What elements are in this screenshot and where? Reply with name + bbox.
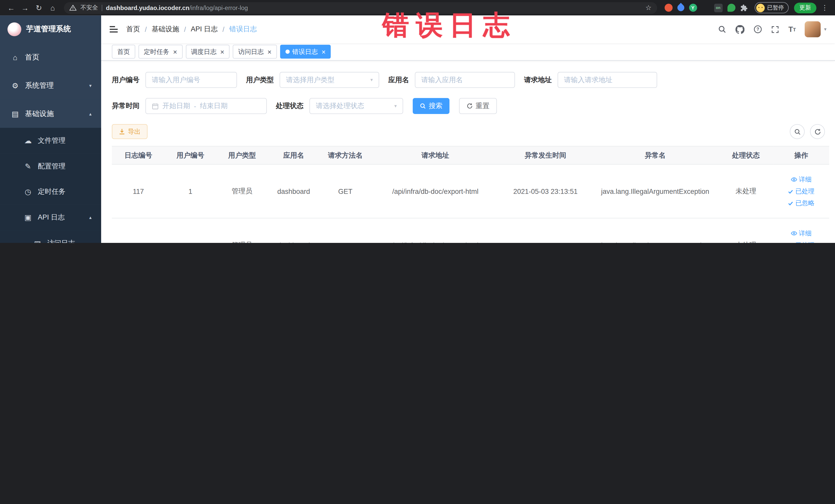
tab-调度日志[interactable]: 调度日志× — [186, 45, 229, 59]
breadcrumb-item[interactable]: 基础设施 — [152, 24, 179, 34]
security-label[interactable]: 不安全 — [80, 4, 98, 12]
github-icon[interactable] — [736, 25, 745, 34]
app-title: 芋道管理系统 — [26, 24, 71, 34]
home-icon: ⌂ — [11, 53, 20, 61]
sidebar-item-label: 访问日志 — [47, 238, 75, 243]
chevron-up-icon: ▴ — [89, 111, 91, 117]
sidebar-item-system[interactable]: ⚙系统管理▾ — [0, 72, 101, 100]
logo[interactable]: 芋道管理系统 — [0, 15, 101, 43]
filter-label: 异常时间 — [112, 101, 140, 110]
tab-定时任务[interactable]: 定时任务× — [138, 45, 182, 59]
reset-button[interactable]: 重置 — [459, 98, 497, 114]
tab-首页[interactable]: 首页 — [112, 45, 135, 59]
sidebar-item-file[interactable]: ☁文件管理 — [0, 128, 101, 154]
extensions-puzzle-icon[interactable] — [740, 4, 748, 12]
extension-on-badge[interactable]: on — [714, 3, 722, 12]
placeholder-text: 请输入请求地址 — [564, 75, 612, 85]
breadcrumb-item[interactable]: 首页 — [126, 24, 140, 34]
placeholder-text: 请选择用户类型 — [286, 75, 334, 85]
action-label: 已处理 — [795, 187, 814, 196]
address-bar[interactable]: 不安全 dashboard.yudao.iocoder.cn/infra/log… — [64, 2, 657, 14]
action-label: 详细 — [799, 175, 812, 184]
breadcrumb-item[interactable]: API 日志 — [191, 24, 218, 34]
browser-menu-icon[interactable]: ⋮ — [820, 4, 830, 12]
chevron-down-icon: ▾ — [824, 27, 827, 32]
help-icon[interactable]: ? — [754, 25, 762, 34]
processed-link[interactable]: 已处理 — [788, 241, 814, 243]
sidebar-item-label: 配置管理 — [38, 161, 65, 171]
url-text: dashboard.yudao.iocoder.cn/infra/log/api… — [106, 5, 248, 11]
refresh-button[interactable] — [810, 124, 825, 139]
table-row: 1171管理员dashboardGET/api/infra/db-doc/exp… — [112, 164, 829, 218]
ignored-link[interactable]: 已忽略 — [788, 199, 814, 207]
placeholder-text: 请选择处理状态 — [316, 101, 364, 110]
request-url-input[interactable]: 请输入请求地址 — [557, 72, 657, 88]
profile-avatar — [756, 3, 765, 12]
sidebar-item-home[interactable]: ⌂首页 — [0, 43, 101, 72]
tab-访问日志[interactable]: 访问日志× — [233, 45, 277, 59]
time-cell: 2021-05-03 23:13:51 — [499, 164, 592, 218]
user-type-select[interactable]: 请选择用户类型▾ — [280, 72, 379, 88]
tab-错误日志[interactable]: 错误日志× — [280, 45, 331, 59]
profile-chip[interactable]: 已暂停 — [754, 2, 789, 13]
tab-close-icon[interactable]: × — [267, 48, 271, 55]
search-icon[interactable] — [718, 25, 727, 34]
user-menu[interactable]: ▾ — [805, 21, 827, 37]
logo-rabbit-avatar — [7, 22, 21, 36]
search-button[interactable]: 搜索 — [413, 98, 449, 114]
sidebar-item-api-log[interactable]: ▣API 日志▴ — [0, 205, 101, 230]
sidebar-item-config[interactable]: ✎配置管理 — [0, 154, 101, 179]
sidebar-item-access-log[interactable]: ▧访问日志 — [0, 230, 101, 243]
tab-close-icon[interactable]: × — [220, 48, 224, 55]
chevron-down-icon: ▾ — [394, 103, 396, 108]
id-cell: 117 — [112, 164, 165, 218]
filter-row-1: 用户编号 请输入用户编号 用户类型 请选择用户类型▾ 应用名 请输入应用名 请求… — [112, 72, 829, 88]
hamburger-icon[interactable] — [109, 26, 118, 33]
eye-icon — [791, 230, 797, 237]
url-path: /infra/log/api-error-log — [189, 5, 248, 11]
bookmark-star-icon[interactable]: ☆ — [645, 4, 651, 12]
extension-green-icon[interactable]: Y — [689, 4, 697, 12]
chrome-update-button[interactable]: 更新 — [794, 2, 816, 13]
fullscreen-icon[interactable] — [771, 25, 779, 33]
sidebar-menu: ⌂首页⚙系统管理▾▤基础设施▴☁文件管理✎配置管理◷定时任务▣API 日志▴▧访… — [0, 43, 101, 243]
app-cell: dashboard — [268, 164, 319, 218]
screen: ← → ↻ ⌂ 不安全 dashboard.yudao.iocoder.cn/i… — [0, 0, 835, 243]
sidebar-item-label: 首页 — [25, 53, 40, 62]
export-button[interactable]: 导出 — [112, 124, 148, 139]
extension-red-icon[interactable] — [664, 4, 672, 12]
toggle-search-button[interactable] — [790, 124, 805, 139]
user-id-cell: 1 — [165, 164, 216, 218]
detail-link[interactable]: 详细 — [791, 229, 812, 238]
filter-app-name: 应用名 请输入应用名 — [388, 72, 515, 88]
chevron-down-icon: ▾ — [370, 77, 373, 83]
forward-icon[interactable]: → — [19, 2, 31, 14]
page-content: 用户编号 请输入用户编号 用户类型 请选择用户类型▾ 应用名 请输入应用名 请求… — [101, 61, 835, 243]
column-header: 异常发生时间 — [499, 146, 592, 165]
tab-close-icon[interactable]: × — [173, 48, 177, 55]
filter-exception-time: 异常时间 开始日期 - 结束日期 — [112, 98, 267, 114]
font-size-icon[interactable]: TT — [788, 26, 796, 33]
process-status-select[interactable]: 请选择处理状态▾ — [309, 98, 403, 114]
tab-close-icon[interactable]: × — [322, 48, 326, 55]
extension-droplet-icon[interactable] — [676, 3, 685, 13]
extension-grid-icon[interactable] — [701, 4, 709, 12]
detail-link[interactable]: 详细 — [791, 175, 812, 184]
user-id-input[interactable]: 请输入用户编号 — [145, 72, 237, 88]
user-type-cell: 管理员 — [216, 164, 268, 218]
sidebar-item-infra[interactable]: ▤基础设施▴ — [0, 100, 101, 128]
processed-link[interactable]: 已处理 — [788, 187, 814, 196]
sidebar-item-job[interactable]: ◷定时任务 — [0, 179, 101, 205]
app-name-input[interactable]: 请输入应用名 — [415, 72, 515, 88]
back-icon[interactable]: ← — [5, 2, 17, 14]
user-type-cell: 管理员 — [216, 218, 268, 243]
svg-text:?: ? — [757, 27, 759, 32]
infra-icon: ▤ — [11, 109, 20, 118]
check-icon — [788, 188, 794, 194]
reload-icon[interactable]: ↻ — [33, 2, 45, 14]
sidebar-item-label: 基础设施 — [25, 109, 54, 118]
date-range-picker[interactable]: 开始日期 - 结束日期 — [145, 98, 267, 114]
column-header: 异常名 — [592, 146, 719, 165]
extension-plant-icon[interactable] — [727, 4, 735, 12]
browser-home-icon[interactable]: ⌂ — [47, 2, 59, 14]
